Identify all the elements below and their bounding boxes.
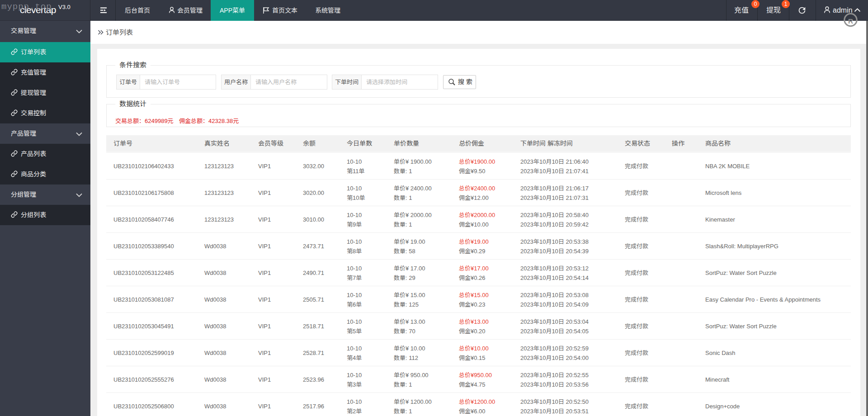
svg-text:R: R — [848, 17, 853, 25]
